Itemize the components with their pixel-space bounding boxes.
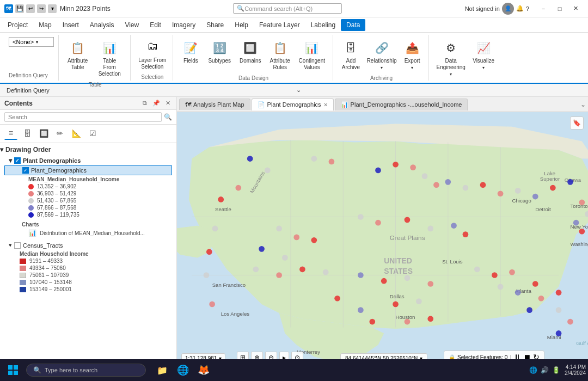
redo-icon[interactable]: ↪	[37, 4, 46, 13]
contents-search-input[interactable]	[4, 112, 162, 122]
taskbar-volume-icon[interactable]: 🔊	[541, 366, 549, 374]
map-tabs-expand[interactable]: ⌄	[580, 101, 586, 108]
tab-plant-demographics[interactable]: 📄 Plant Demographics ✕	[252, 99, 334, 110]
census-legend-range-1: 9191 – 49333	[29, 258, 63, 264]
taskbar-clock[interactable]: 4:14 PM 2/4/2024	[565, 364, 586, 376]
svg-point-45	[532, 194, 538, 200]
undo-icon[interactable]: ↩	[26, 4, 35, 13]
fields-btn[interactable]: 📝 Fields	[179, 37, 203, 66]
svg-point-78	[515, 290, 521, 296]
attribute-table-btn[interactable]: 📋 AttributeTable	[64, 37, 91, 73]
menu-analysis[interactable]: Analysis	[84, 19, 120, 31]
taskbar-battery-icon[interactable]: 🔋	[552, 366, 560, 374]
export-btn[interactable]: 📤 Export ▾	[400, 37, 424, 72]
menu-edit[interactable]: Edit	[144, 19, 167, 31]
list-by-editing-btn[interactable]: ✏	[53, 127, 66, 140]
list-by-source-btn[interactable]: 🗄	[21, 127, 34, 140]
tab-analysis-plant-map[interactable]: 🗺 Analysis Plant Map	[179, 99, 250, 110]
plant-demographics-layer-item[interactable]: ✓ Plant_Demographics	[4, 165, 172, 175]
svg-point-35	[311, 156, 317, 162]
add-archive-label: AddArchive	[342, 58, 360, 71]
list-by-selection-btn[interactable]: ☑	[86, 127, 99, 140]
menu-labeling[interactable]: Labeling	[305, 19, 341, 31]
minimize-btn[interactable]: −	[536, 3, 551, 15]
title-bar-left: 🗺 💾 ↩ ↪ ▾ Minn 2023 Points	[4, 4, 111, 13]
plant-demographics-header[interactable]: ▾ ✓ Plant Demographics	[4, 156, 172, 165]
user-avatar[interactable]: 👤	[502, 3, 514, 15]
plant-demographics-tab-close[interactable]: ✕	[323, 102, 328, 108]
menu-imagery[interactable]: Imagery	[167, 19, 201, 31]
svg-point-70	[393, 302, 399, 308]
menu-help[interactable]: Help	[229, 19, 254, 31]
list-by-type-btn[interactable]: 🔲	[37, 127, 50, 140]
close-btn[interactable]: ✕	[568, 3, 584, 15]
contents-tree: ▾ Drawing Order ▾ ✓ Plant Demographics ✓…	[0, 143, 176, 380]
menu-data[interactable]: Data	[341, 19, 365, 31]
contingent-values-btn[interactable]: 📊 ContingentValues	[296, 37, 328, 73]
taskbar-app-firefox[interactable]: 🦊	[194, 360, 213, 380]
plant-demographics-layer-checkbox[interactable]: ✓	[22, 167, 29, 174]
taskbar-system-icons: 🌐 🔊 🔋	[529, 366, 560, 374]
notification-icon[interactable]: 🔔	[516, 5, 524, 12]
menu-map[interactable]: Map	[33, 19, 57, 31]
plant-demographics-checkbox[interactable]: ✓	[14, 157, 21, 164]
svg-point-60	[293, 235, 299, 241]
legend-range-2: 36,903 – 51,429	[37, 190, 76, 196]
census-tracts-checkbox[interactable]	[14, 242, 21, 249]
taskbar-app-edge[interactable]: 🌐	[173, 360, 193, 380]
svg-point-31	[265, 168, 271, 174]
tab-plant-demographics-chart[interactable]: 📊 Plant_Demographics -...ousehold_Income	[335, 99, 468, 110]
svg-point-93	[369, 319, 375, 325]
menu-project[interactable]: Project	[2, 19, 33, 31]
relationship-label: Relationship	[367, 58, 397, 64]
data-engineering-btn[interactable]: ⚙ DataEngineering ▾	[434, 37, 467, 79]
attribute-rules-btn[interactable]: 📋 AttributeRules	[267, 37, 293, 73]
close-panel-btn[interactable]: ✕	[164, 99, 172, 107]
help-btn[interactable]: ?	[526, 5, 529, 12]
list-by-drawing-order-btn[interactable]: ≡	[4, 127, 17, 140]
relationship-dropdown-icon: ▾	[381, 65, 383, 70]
dropdown-icon[interactable]: ▾	[48, 4, 57, 13]
float-panel-btn[interactable]: ⧉	[141, 99, 149, 107]
taskbar-network-icon[interactable]: 🌐	[529, 366, 537, 374]
domains-btn[interactable]: 🔲 Domains	[236, 37, 264, 66]
command-search-box[interactable]: 🔍 Command search (Alt+Q)	[233, 3, 342, 14]
none-dropdown[interactable]: <None> ▾	[9, 37, 54, 47]
visualize-label: Visualize	[473, 58, 494, 64]
layer-from-selection-btn[interactable]: Layer FromSelection	[136, 56, 168, 72]
svg-rect-96	[8, 365, 13, 370]
taskbar-app-files[interactable]: 📁	[152, 360, 172, 380]
menu-share[interactable]: Share	[201, 19, 229, 31]
plant-demographics-group: ▾ ✓ Plant Demographics ✓ Plant_Demograph…	[0, 155, 176, 239]
attribute-rules-icon: 📋	[271, 39, 289, 57]
map-canvas[interactable]: Great Plains UNITED STATES Seattle San F…	[177, 112, 588, 380]
analysis-plant-map-label: Analysis Plant Map	[193, 101, 244, 108]
restore-btn[interactable]: □	[552, 3, 567, 15]
start-button[interactable]	[2, 360, 24, 380]
census-tracts-group: ▾ Census_Tracts Median Household Income …	[0, 239, 176, 294]
pin-panel-btn[interactable]: 📌	[151, 99, 162, 107]
list-by-snapping-btn[interactable]: 📐	[70, 127, 83, 140]
contents-header: Contents ⧉ 📌 ✕	[0, 97, 176, 110]
def-query-expand[interactable]: ⌄	[296, 87, 581, 94]
subtypes-btn[interactable]: 🔢 Subtypes	[205, 37, 234, 66]
data-engineering-label: DataEngineering	[436, 58, 465, 71]
layer-from-selection-label: Layer FromSelection	[138, 57, 166, 70]
svg-point-95	[433, 182, 439, 188]
table-items: 📋 AttributeTable 📊 Table FromSelection	[64, 37, 126, 79]
menu-feature-layer[interactable]: Feature Layer	[254, 19, 305, 31]
sign-in-area[interactable]: Not signed in 👤 🔔 ?	[465, 3, 529, 15]
menu-view[interactable]: View	[119, 19, 144, 31]
svg-text:Chicago: Chicago	[512, 198, 531, 204]
census-legend-item-5: 153149 – 250001	[4, 286, 172, 293]
table-from-selection-btn[interactable]: 📊 Table FromSelection	[93, 37, 126, 79]
taskbar-search-box[interactable]: 🔍 Type here to search	[26, 364, 146, 377]
save-icon[interactable]: 💾	[15, 4, 24, 13]
relationship-btn[interactable]: 🔗 Relationship ▾	[365, 37, 398, 72]
visualize-btn[interactable]: 📈 Visualize ▾	[469, 37, 498, 72]
census-tracts-header[interactable]: ▾ Census_Tracts	[4, 240, 172, 250]
bookmark-btn[interactable]: 🔖	[570, 116, 584, 130]
add-archive-btn[interactable]: 🗄 AddArchive	[339, 37, 363, 73]
chart-item-1[interactable]: 📊 Distribution of MEAN_Median_Household.…	[4, 228, 172, 238]
menu-insert[interactable]: Insert	[57, 19, 84, 31]
